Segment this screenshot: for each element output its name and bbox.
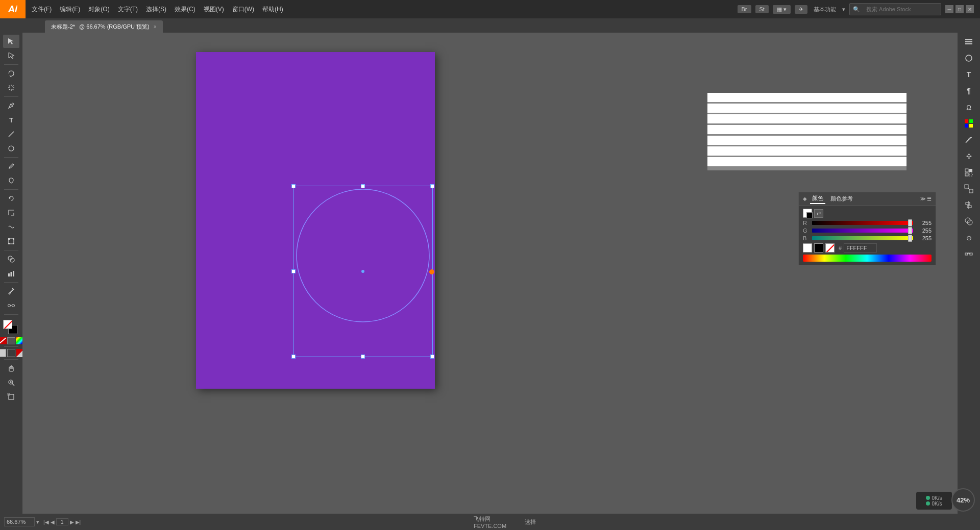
warp-tool[interactable] xyxy=(3,220,19,234)
text-panel-btn[interactable]: T xyxy=(961,67,977,82)
st-button[interactable]: St xyxy=(755,5,769,13)
pathfinder-btn[interactable] xyxy=(961,214,977,229)
g-slider-track[interactable] xyxy=(812,229,913,233)
g-label: G xyxy=(803,228,810,234)
spectrum-bar[interactable] xyxy=(803,255,932,262)
app-logo: Ai xyxy=(0,0,26,18)
shape-builder-tool[interactable] xyxy=(3,253,19,266)
layers-panel-btn[interactable] xyxy=(961,35,977,49)
paragraph-panel-btn[interactable]: ¶ xyxy=(961,84,977,98)
align-panel-btn[interactable]: Ω xyxy=(961,100,977,114)
close-button[interactable]: ✕ xyxy=(966,5,974,13)
transform-panel-btn[interactable] xyxy=(961,182,977,196)
r-slider-thumb[interactable] xyxy=(908,219,912,226)
zoom-percentage-circle[interactable]: 42% xyxy=(951,488,975,512)
zoom-status: ▾ xyxy=(4,517,39,526)
white-swatch-small[interactable] xyxy=(803,243,812,253)
last-page-btn[interactable]: ▶| xyxy=(76,519,81,525)
align-objects-btn[interactable] xyxy=(961,198,977,212)
eyedropper-tool[interactable] xyxy=(3,285,19,298)
normal-mode-btn[interactable] xyxy=(0,349,6,357)
swatches-panel-btn[interactable] xyxy=(961,116,977,131)
properties-panel-btn[interactable] xyxy=(961,51,977,65)
search-input[interactable] xyxy=(862,5,934,14)
magic-wand-tool[interactable] xyxy=(3,81,19,94)
maximize-button[interactable]: □ xyxy=(955,5,964,13)
svg-point-8 xyxy=(12,103,14,105)
hex-input[interactable] xyxy=(844,243,877,253)
handle-bottom-mid[interactable] xyxy=(361,355,365,359)
first-page-btn[interactable]: |◀ xyxy=(43,519,49,525)
b-slider-thumb[interactable] xyxy=(908,235,912,242)
menu-view[interactable]: 视图(V) xyxy=(200,0,228,18)
document-tab[interactable]: 未标题-2* @ 66.67% (RGB/GPU 预览) × xyxy=(45,20,163,33)
panel-options-btn[interactable]: ≫ ☰ xyxy=(920,196,932,201)
menu-object[interactable]: 对象(O) xyxy=(84,0,113,18)
svg-line-30 xyxy=(12,384,14,386)
pencil-tool[interactable] xyxy=(3,160,19,173)
menu-edit[interactable]: 编辑(E) xyxy=(56,0,84,18)
menu-help[interactable]: 帮助(H) xyxy=(258,0,287,18)
blob-brush-tool[interactable] xyxy=(3,174,19,187)
menu-text[interactable]: 文字(T) xyxy=(114,0,142,18)
none-btn[interactable] xyxy=(0,337,7,344)
svg-rect-56 xyxy=(969,173,972,176)
menu-file[interactable]: 文件(F) xyxy=(28,0,56,18)
svg-point-10 xyxy=(9,146,14,151)
brushes-panel-btn[interactable] xyxy=(961,133,977,147)
handle-bottom-right[interactable] xyxy=(430,355,434,359)
black-swatch-small[interactable] xyxy=(814,243,823,253)
panel-toggle-button[interactable]: ▦ ▾ xyxy=(773,5,791,14)
minimize-button[interactable]: ─ xyxy=(945,5,953,13)
black-btn[interactable] xyxy=(7,337,15,344)
symbols-panel-btn[interactable]: ✣ xyxy=(961,149,977,163)
outline-mode-btn[interactable] xyxy=(7,349,15,357)
direct-select-tool[interactable] xyxy=(3,49,19,62)
tab-close-button[interactable]: × xyxy=(154,24,157,30)
graphic-styles-btn[interactable] xyxy=(961,165,977,180)
isolation-mode-btn[interactable] xyxy=(16,349,22,357)
blend-tool[interactable] xyxy=(3,299,19,312)
ellipse-tool[interactable] xyxy=(3,142,19,155)
page-input[interactable] xyxy=(56,518,68,525)
svg-rect-57 xyxy=(965,185,968,188)
menu-select[interactable]: 选择(S) xyxy=(142,0,170,18)
text-tool[interactable]: T xyxy=(3,113,19,127)
zoom-dropdown-icon[interactable]: ▾ xyxy=(36,519,39,525)
free-transform-tool[interactable] xyxy=(3,235,19,248)
links-panel-btn[interactable] xyxy=(961,247,977,261)
menu-effect[interactable]: 效果(C) xyxy=(170,0,200,18)
b-slider-track[interactable] xyxy=(812,236,913,240)
tab-bar: 未标题-2* @ 66.67% (RGB/GPU 预览) × xyxy=(0,18,980,33)
color-reference-tab[interactable]: 颜色参考 xyxy=(828,194,855,204)
zoom-tool[interactable] xyxy=(3,376,19,389)
rotate-tool[interactable] xyxy=(3,192,19,205)
scale-tool[interactable] xyxy=(3,206,19,219)
r-slider-track[interactable] xyxy=(812,221,913,225)
gradient-btn[interactable] xyxy=(16,337,22,344)
quick-actions-button[interactable]: ✈ xyxy=(795,5,807,14)
next-page-btn[interactable]: ▶ xyxy=(70,519,74,525)
handle-bottom-left[interactable] xyxy=(291,355,296,359)
lasso-tool[interactable] xyxy=(3,67,19,80)
svg-rect-52 xyxy=(969,124,973,128)
g-slider-thumb[interactable] xyxy=(908,227,912,234)
fill-active-swatch[interactable] xyxy=(3,320,12,329)
menu-window[interactable]: 窗口(W) xyxy=(228,0,258,18)
br-button[interactable]: Br xyxy=(738,5,751,13)
swap-colors-btn[interactable]: ⇄ xyxy=(814,209,823,218)
chart-tool[interactable] xyxy=(3,267,19,280)
none-swatch-small[interactable] xyxy=(825,243,835,253)
select-tool[interactable] xyxy=(3,35,19,48)
artboard-tool[interactable] xyxy=(3,390,19,403)
color-guide-btn[interactable]: ⊙ xyxy=(961,231,977,245)
zoom-input[interactable] xyxy=(4,517,35,526)
pen-tool[interactable] xyxy=(3,99,19,112)
color-tab[interactable]: 颜色 xyxy=(810,193,825,204)
svg-rect-61 xyxy=(966,203,970,205)
prev-page-btn[interactable]: ◀ xyxy=(51,519,55,525)
line-tool[interactable] xyxy=(3,128,19,141)
hand-tool[interactable] xyxy=(3,362,19,375)
svg-rect-20 xyxy=(8,273,10,276)
fill-color-swatch[interactable] xyxy=(803,209,812,218)
